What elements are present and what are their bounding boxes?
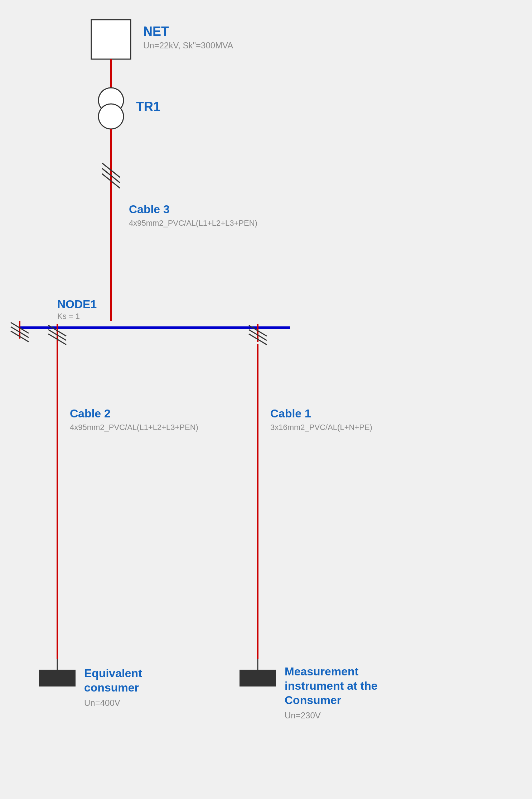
svg-rect-29: [39, 670, 75, 686]
main-diagram-svg: NET Un=22kV, Sk"=300MVA TR1 Cable 3 4x95…: [0, 0, 532, 799]
cable3-label: Cable 3: [129, 203, 170, 216]
measurement-label3: Consumer: [285, 694, 341, 707]
cable2-sublabel: 4x95mm2_PVC/AL(L1+L2+L3+PEN): [70, 423, 198, 432]
equiv-consumer-label2: consumer: [84, 681, 139, 694]
diagram-container: NET Un=22kV, Sk"=300MVA TR1 Cable 3 4x95…: [0, 0, 532, 799]
equiv-consumer-sublabel: Un=400V: [84, 698, 120, 708]
equiv-consumer-label: Equivalent: [84, 667, 142, 680]
cable3-sublabel: 4x95mm2_PVC/AL(L1+L2+L3+PEN): [129, 219, 257, 228]
svg-rect-1: [91, 20, 131, 59]
net-sublabel: Un=22kV, Sk"=300MVA: [143, 40, 233, 50]
cable1-label: Cable 1: [270, 407, 311, 420]
tr1-label: TR1: [136, 99, 160, 114]
cable2-label: Cable 2: [70, 407, 111, 420]
net-label: NET: [143, 24, 169, 39]
svg-rect-31: [240, 670, 276, 686]
cable1-sublabel: 3x16mm2_PVC/AL(L+N+PE): [270, 423, 372, 432]
node1-label: NODE1: [57, 298, 97, 311]
measurement-sublabel: Un=230V: [285, 711, 321, 720]
svg-point-4: [98, 104, 124, 129]
measurement-label1: Measurement: [285, 665, 359, 678]
measurement-label2: instrument at the: [285, 679, 378, 692]
node1-sublabel: Ks = 1: [57, 312, 80, 321]
